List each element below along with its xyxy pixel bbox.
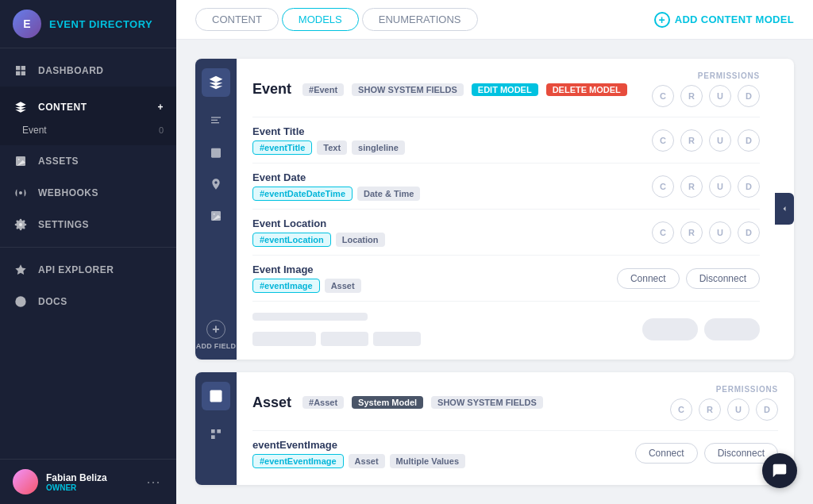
plus-circle-icon: + xyxy=(654,12,670,28)
user-profile: Fabian Beliza OWNER xyxy=(13,469,107,494)
svg-point-1 xyxy=(18,159,20,160)
perm-d-eventtitle[interactable]: D xyxy=(738,129,760,152)
model-card-event: + ADD FIELD Event #Event SHOW SYSTEM FIE… xyxy=(195,59,794,360)
perm-c-event[interactable]: C xyxy=(652,85,674,107)
field-icon-asset-rel[interactable] xyxy=(203,421,229,447)
perm-c-asset[interactable]: C xyxy=(670,398,692,421)
sidebar-item-docs[interactable]: DOCS xyxy=(0,286,176,317)
sidebar-bottom-nav: API EXPLORER DOCS xyxy=(0,247,176,317)
tag-eventImage-type: Asset xyxy=(325,279,361,293)
model-asset-sidebar xyxy=(195,372,237,485)
tag-eventLocation-type: Location xyxy=(336,233,385,247)
connect-event-event-image-button[interactable]: Connect xyxy=(635,443,698,464)
field-event-event-image: eventEventImage #eventEventImage Asset M… xyxy=(252,430,778,476)
model-event-name: Event xyxy=(252,81,291,98)
field-event-image-tags: #eventImage Asset xyxy=(252,279,361,293)
webhook-icon xyxy=(13,185,29,201)
tag-edit-model[interactable]: EDIT MODEL xyxy=(472,83,538,96)
user-avatar xyxy=(13,469,38,494)
tag-show-system-asset[interactable]: SHOW SYSTEM FIELDS xyxy=(431,396,543,409)
model-asset-name: Asset xyxy=(252,394,291,411)
field-event-image: Event Image #eventImage Asset Connect Di… xyxy=(252,255,760,301)
perm-r-eventdate[interactable]: R xyxy=(680,175,703,198)
model-asset-content: Asset #Asset System Model SHOW SYSTEM FI… xyxy=(237,372,794,485)
user-more-button[interactable]: ⋯ xyxy=(143,470,164,494)
perm-d-asset[interactable]: D xyxy=(756,398,778,421)
user-info: Fabian Beliza OWNER xyxy=(46,472,107,492)
topbar-tabs: CONTENT MODELS ENUMERATIONS xyxy=(195,8,478,31)
svg-rect-8 xyxy=(211,122,219,123)
perm-d-event[interactable]: D xyxy=(738,85,760,107)
perm-r-asset[interactable]: R xyxy=(699,398,721,421)
sidebar-content-event[interactable]: Event 0 xyxy=(0,120,176,140)
permissions-header: PERMISSIONS xyxy=(652,71,760,80)
field-skeleton-row xyxy=(252,301,760,357)
perm-c-eventlocation[interactable]: C xyxy=(652,221,674,244)
sidebar-item-api-explorer[interactable]: API EXPLORER xyxy=(0,254,176,286)
permissions-row-event: C R U D xyxy=(652,85,760,107)
content-section: CONTENT + Event 0 xyxy=(0,87,176,145)
perm-r-eventtitle[interactable]: R xyxy=(680,129,703,152)
main: CONTENT MODELS ENUMERATIONS + ADD CONTEN… xyxy=(176,0,813,504)
perm-r-eventlocation[interactable]: R xyxy=(680,221,703,244)
perm-c-eventtitle[interactable]: C xyxy=(652,129,674,152)
tab-models[interactable]: MODELS xyxy=(282,8,359,31)
field-event-title-info: Event Title #eventTitle Text singleline xyxy=(252,125,405,155)
layers-icon xyxy=(13,99,29,115)
svg-point-14 xyxy=(214,214,215,215)
field-event-location: Event Location #eventLocation Location C… xyxy=(252,209,760,255)
add-field-plus-icon: + xyxy=(206,320,225,339)
perm-c-eventdate[interactable]: C xyxy=(652,175,674,198)
perm-d-eventlocation[interactable]: D xyxy=(738,221,760,244)
tag-show-system[interactable]: SHOW SYSTEM FIELDS xyxy=(352,83,464,96)
perm-u-eventlocation[interactable]: U xyxy=(709,221,731,244)
permissions-row-asset: C R U D xyxy=(670,398,778,421)
sidebar: E EVENT DIRECTORY DASHBOARD CONTENT + Ev… xyxy=(0,0,176,504)
tag-eventTitle-variant: singleline xyxy=(352,140,405,155)
field-event-image-info: Event Image #eventImage Asset xyxy=(252,264,361,293)
perm-u-event[interactable]: U xyxy=(709,85,731,107)
field-event-title-tags: #eventTitle Text singleline xyxy=(252,140,405,155)
chat-bubble[interactable] xyxy=(762,453,797,488)
api-icon xyxy=(13,262,29,278)
perm-u-asset[interactable]: U xyxy=(727,398,749,421)
tab-content[interactable]: CONTENT xyxy=(195,8,279,31)
asset-permissions-header: PERMISSIONS xyxy=(670,385,778,394)
sidebar-item-dashboard[interactable]: DASHBOARD xyxy=(0,55,176,87)
model-asset-title-row: Asset #Asset System Model SHOW SYSTEM FI… xyxy=(252,394,543,411)
collapse-toggle-event[interactable] xyxy=(775,193,794,225)
app-name: EVENT DIRECTORY xyxy=(49,18,152,30)
content-add-button[interactable]: + xyxy=(157,102,164,113)
perm-u-eventdate[interactable]: U xyxy=(709,175,731,198)
field-icon-date[interactable] xyxy=(203,140,229,165)
add-field-button[interactable]: + ADD FIELD xyxy=(196,320,237,360)
grid-icon xyxy=(13,63,29,79)
tag-eventTitle-type: Text xyxy=(317,140,347,155)
field-icon-text[interactable] xyxy=(203,108,229,133)
model-asset-icon xyxy=(202,382,230,410)
image-icon xyxy=(13,153,29,169)
disconnect-event-image-button[interactable]: Disconnect xyxy=(686,268,760,289)
field-event-title-name: Event Title xyxy=(252,125,405,137)
perm-d-eventdate[interactable]: D xyxy=(738,175,760,198)
field-icon-image[interactable] xyxy=(203,203,229,229)
tag-eventEventImage-id: #eventEventImage xyxy=(252,454,344,468)
connect-event-image-button[interactable]: Connect xyxy=(617,268,680,289)
tag-eventLocation-id: #eventLocation xyxy=(252,233,331,247)
svg-point-16 xyxy=(213,393,215,395)
perm-u-eventtitle[interactable]: U xyxy=(709,129,731,152)
tag-eventEventImage-multi: Multiple Values xyxy=(390,454,465,468)
perm-r-event[interactable]: R xyxy=(680,85,703,107)
svg-rect-7 xyxy=(211,120,218,121)
sidebar-item-settings[interactable]: SETTINGS xyxy=(0,209,176,240)
sidebar-item-assets[interactable]: ASSETS xyxy=(0,145,176,177)
model-event-title-row: Event #Event SHOW SYSTEM FIELDS EDIT MOD… xyxy=(252,81,627,98)
field-icon-location[interactable] xyxy=(203,171,229,197)
add-content-model-button[interactable]: + ADD CONTENT MODEL xyxy=(654,12,794,28)
sidebar-item-webhooks[interactable]: WEBHOOKS xyxy=(0,177,176,209)
sidebar-item-content[interactable]: CONTENT + xyxy=(0,91,176,120)
tag-delete-model[interactable]: DELETE MODEL xyxy=(546,83,627,96)
topbar: CONTENT MODELS ENUMERATIONS + ADD CONTEN… xyxy=(176,0,813,40)
model-event-sidebar: + ADD FIELD xyxy=(195,59,237,360)
tab-enumerations[interactable]: ENUMERATIONS xyxy=(362,8,478,31)
